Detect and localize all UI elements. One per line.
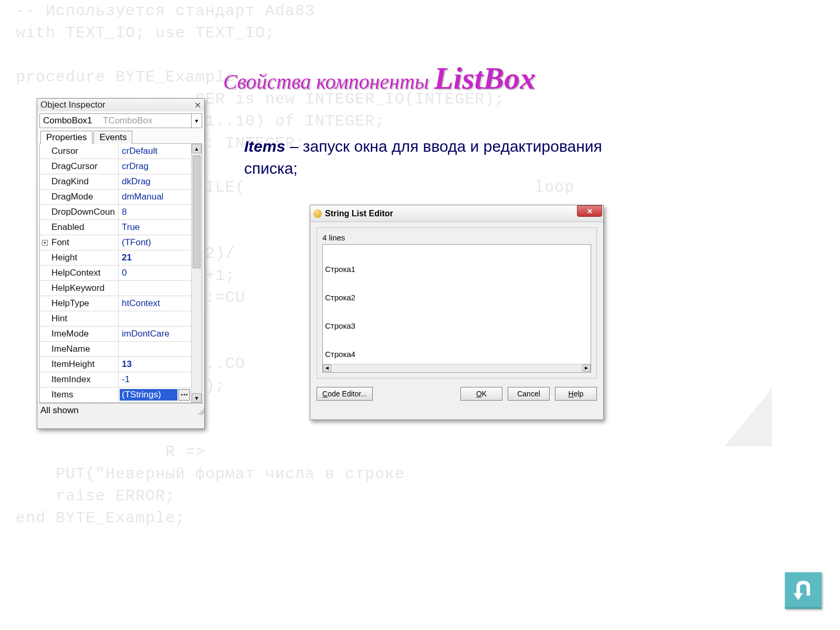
vertical-scrollbar[interactable]: ▲ ▼ bbox=[191, 144, 202, 403]
expand-icon[interactable]: + bbox=[42, 240, 48, 246]
cancel-button[interactable]: Cancel bbox=[508, 387, 550, 401]
help-button[interactable]: Help bbox=[555, 387, 597, 401]
property-name: Items bbox=[40, 387, 119, 402]
uturn-icon bbox=[791, 578, 816, 603]
property-row[interactable]: EnabledTrue bbox=[40, 220, 191, 235]
list-line: Строка1 bbox=[325, 265, 589, 274]
property-value[interactable]: 0 bbox=[119, 268, 191, 278]
description-keyword: Items bbox=[244, 138, 285, 155]
property-grid: CursorcrDefaultDragCursorcrDragDragKindd… bbox=[39, 143, 202, 403]
close-icon[interactable]: ✕ bbox=[194, 100, 201, 110]
page-title-component: ListBox bbox=[434, 61, 536, 96]
property-row[interactable]: HelpTypehtContext bbox=[40, 296, 191, 311]
resize-grip-icon[interactable] bbox=[196, 406, 204, 415]
property-name: Hint bbox=[40, 311, 119, 326]
page-curl-shadow bbox=[724, 388, 772, 446]
property-value[interactable]: htContext bbox=[119, 298, 191, 309]
property-name: ItemHeight bbox=[40, 357, 119, 372]
property-row[interactable]: Hint bbox=[40, 311, 191, 327]
property-name: DropDownCoun bbox=[40, 205, 119, 219]
scroll-thumb[interactable] bbox=[193, 155, 201, 268]
description: Items – запуск окна для ввода и редактир… bbox=[244, 135, 606, 180]
property-value[interactable]: crDefault bbox=[119, 146, 191, 156]
return-button[interactable] bbox=[785, 572, 822, 609]
property-row[interactable]: DragModedmManual bbox=[40, 190, 191, 205]
scroll-right-icon[interactable]: ► bbox=[582, 364, 591, 372]
code-editor-button[interactable]: Code Editor... bbox=[317, 387, 373, 401]
horizontal-scrollbar[interactable]: ◄ ► bbox=[323, 364, 591, 372]
tab-events[interactable]: Events bbox=[93, 131, 132, 144]
property-name: DragMode bbox=[40, 190, 119, 204]
string-list-textarea[interactable]: Строка1 Строка2 Строка3 Строка4 ◄ ► bbox=[322, 244, 591, 373]
property-value[interactable]: dmManual bbox=[119, 192, 191, 202]
property-row[interactable]: Items(TStrings)··· bbox=[40, 387, 191, 403]
component-type: TComboBox bbox=[103, 116, 191, 126]
property-name: DragCursor bbox=[40, 159, 119, 174]
status-text: All shown bbox=[40, 405, 79, 416]
property-name: ImeName bbox=[40, 342, 119, 356]
property-name: ImeMode bbox=[40, 327, 119, 341]
object-inspector-title: Object Inspector bbox=[40, 100, 106, 110]
property-value[interactable]: dkDrag bbox=[119, 176, 191, 187]
property-name: Height bbox=[40, 250, 119, 265]
tab-properties[interactable]: Properties bbox=[40, 131, 92, 144]
delphi-icon bbox=[313, 209, 322, 218]
property-value[interactable]: (TFont) bbox=[119, 237, 191, 248]
property-value[interactable]: 21 bbox=[119, 253, 191, 263]
ok-button[interactable]: OK bbox=[460, 387, 502, 401]
string-list-editor-window: String List Editor ✕ 4 lines Строка1 Стр… bbox=[310, 205, 604, 420]
inspector-tabs: Properties Events bbox=[40, 130, 201, 143]
page-title: Свойства компоненты ListBox bbox=[223, 60, 536, 97]
list-line: Строка3 bbox=[325, 321, 589, 331]
property-value[interactable]: crDrag bbox=[119, 161, 191, 172]
scroll-left-icon[interactable]: ◄ bbox=[323, 364, 331, 372]
property-row[interactable]: +Font(TFont) bbox=[40, 235, 191, 250]
object-inspector-titlebar[interactable]: Object Inspector ✕ bbox=[37, 99, 204, 111]
property-row[interactable]: Height21 bbox=[40, 250, 191, 266]
property-value[interactable]: -1 bbox=[119, 374, 191, 385]
property-name: DragKind bbox=[40, 174, 119, 189]
property-name: Cursor bbox=[40, 144, 119, 159]
property-name: HelpKeyword bbox=[40, 281, 119, 296]
property-row[interactable]: HelpContext0 bbox=[40, 266, 191, 281]
property-row[interactable]: ImeName bbox=[40, 342, 191, 357]
property-value[interactable]: 13 bbox=[119, 359, 191, 370]
scroll-up-icon[interactable]: ▲ bbox=[192, 144, 202, 153]
property-row[interactable]: ImeModeimDontCare bbox=[40, 327, 191, 342]
property-row[interactable]: CursorcrDefault bbox=[40, 144, 191, 159]
property-value[interactable]: True bbox=[119, 222, 191, 233]
chevron-down-icon[interactable]: ▼ bbox=[191, 114, 202, 128]
property-row[interactable]: DropDownCoun8 bbox=[40, 205, 191, 220]
status-bar: All shown bbox=[37, 403, 204, 417]
component-name: ComboBox1 bbox=[40, 116, 103, 126]
object-inspector-window: Object Inspector ✕ ComboBox1 TComboBox ▼… bbox=[37, 98, 205, 429]
property-value[interactable]: imDontCare bbox=[119, 329, 191, 339]
scroll-down-icon[interactable]: ▼ bbox=[192, 393, 202, 403]
window-close-button[interactable]: ✕ bbox=[577, 205, 602, 217]
property-name: HelpType bbox=[40, 296, 119, 311]
property-name: ItemIndex bbox=[40, 372, 119, 387]
ellipsis-button[interactable]: ··· bbox=[178, 389, 190, 401]
component-selector[interactable]: ComboBox1 TComboBox ▼ bbox=[39, 113, 202, 128]
property-row[interactable]: HelpKeyword bbox=[40, 281, 191, 296]
string-list-editor-titlebar[interactable]: String List Editor ✕ bbox=[310, 205, 603, 222]
string-list-editor-title: String List Editor bbox=[325, 209, 393, 218]
property-row[interactable]: ItemHeight13 bbox=[40, 357, 191, 372]
editor-body: 4 lines Строка1 Строка2 Строка3 Строка4 … bbox=[317, 227, 597, 379]
page-title-prefix: Свойства компоненты bbox=[223, 70, 434, 93]
list-line: Строка2 bbox=[325, 293, 589, 302]
list-line: Строка4 bbox=[325, 350, 589, 359]
property-name: HelpContext bbox=[40, 266, 119, 280]
description-text: – запуск окна для ввода и редактирования… bbox=[244, 138, 602, 177]
property-name: Enabled bbox=[40, 220, 119, 235]
property-row[interactable]: ItemIndex-1 bbox=[40, 372, 191, 387]
property-row[interactable]: DragCursorcrDrag bbox=[40, 159, 191, 174]
property-value[interactable]: (TStrings) bbox=[120, 389, 177, 401]
line-count-label: 4 lines bbox=[322, 233, 591, 242]
property-row[interactable]: DragKinddkDrag bbox=[40, 174, 191, 190]
property-value[interactable]: 8 bbox=[119, 207, 191, 217]
property-name: +Font bbox=[40, 235, 119, 250]
